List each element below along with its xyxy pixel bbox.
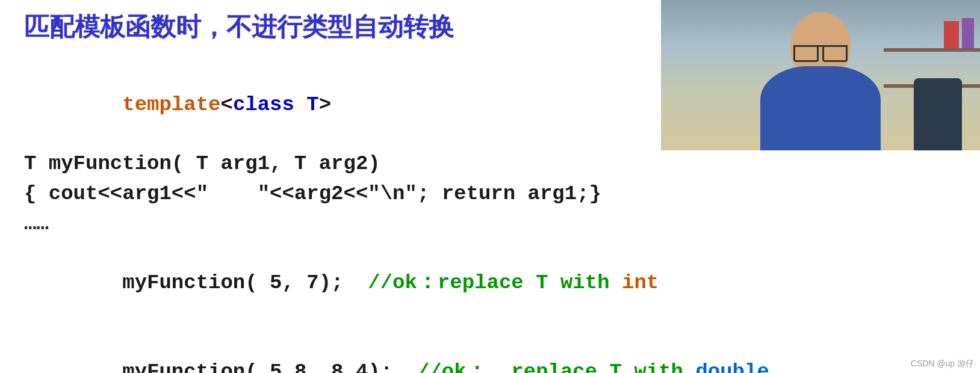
video-inner [661,0,980,150]
main-container: 匹配模板函数时，不进行类型自动转换 template<class T> T my… [0,0,980,373]
video-panel [661,0,980,150]
keyword-class: class [233,93,306,116]
shelf-decoration [884,48,980,52]
comment-1-with: with [560,271,622,294]
book-icon-2 [944,21,959,48]
code-line-2: T myFunction( T arg1, T arg2) [24,149,956,179]
keyword-T: T [306,93,318,116]
type-int: int [622,271,659,294]
code-line-3: { cout<<arg1<<" "<<arg2<<"\n"; return ar… [24,179,956,209]
chair-decoration [914,78,962,150]
code-line-4: myFunction( 5, 7); //ok：replace T with i… [24,239,956,328]
comment-2: //ok： replace T [417,360,634,373]
type-double: double [695,360,769,373]
code-line-5: myFunction( 5.8, 8.4); //ok： replace T w… [24,328,956,373]
person-glasses [793,45,848,56]
comment-2-with: with [634,360,695,373]
code-ellipsis: …… [24,212,956,235]
comment-1: //ok：replace T [368,271,560,294]
call-1: myFunction( 5, 7); [122,271,368,294]
book-icon-1 [962,18,974,48]
keyword-template: template [122,93,220,116]
person-body [760,66,881,150]
code-angle-open: < [220,93,232,116]
call-2: myFunction( 5.8, 8.4); [122,360,417,373]
code-angle-close: > [319,93,331,116]
watermark: CSDN @up 游仔 [911,359,974,369]
